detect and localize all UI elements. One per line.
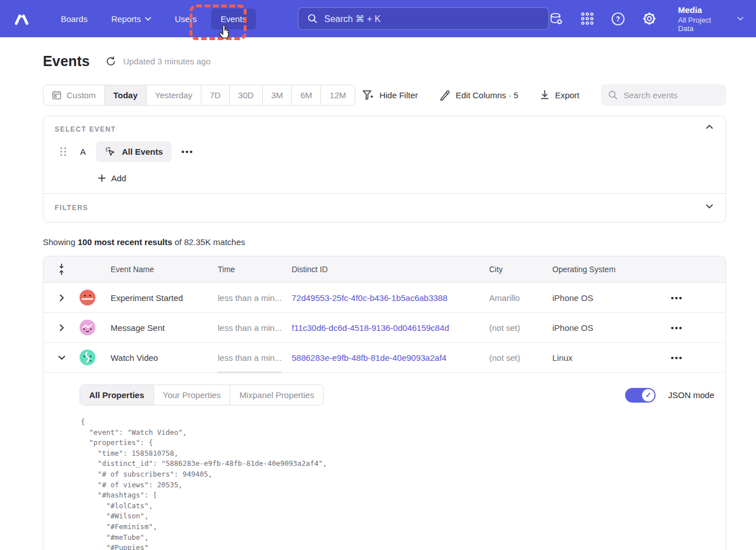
row-more-options-icon[interactable]: ••• (671, 323, 683, 333)
event-more-options-icon[interactable]: ••• (182, 147, 194, 156)
event-json-view: { "event": "Watch Video", "properties": … (81, 417, 714, 550)
mixpanel-logo-icon[interactable] (12, 9, 31, 28)
event-query-row: A All Events ••• (55, 141, 714, 162)
search-events-input[interactable]: Search events (601, 84, 726, 106)
event-selector-chip[interactable]: All Events (96, 141, 172, 162)
table-header-row: Event Name Time Distinct ID City Operati… (43, 256, 726, 283)
select-event-label: SELECT EVENT (55, 125, 714, 133)
top-navbar: Boards Reports Users Events Search ⌘ + K (0, 0, 756, 37)
expand-filters-icon[interactable] (706, 204, 713, 209)
row-more-options-icon[interactable]: ••• (671, 353, 683, 363)
download-icon (540, 90, 550, 100)
collapse-all-icon[interactable] (58, 263, 65, 276)
refresh-icon[interactable] (106, 56, 116, 67)
global-search-input[interactable]: Search ⌘ + K (298, 7, 549, 30)
tab-all-properties[interactable]: All Properties (80, 385, 154, 405)
os-cell: iPhone OS (552, 293, 666, 303)
date-range-30d[interactable]: 30D (230, 85, 263, 105)
magic-click-icon (104, 146, 116, 158)
nav-item-reports[interactable]: Reports (102, 8, 161, 29)
date-range-6m[interactable]: 6M (292, 85, 321, 105)
date-range-3m[interactable]: 3M (263, 85, 292, 105)
last-updated-text: Updated 3 minutes ago (123, 56, 210, 66)
json-mode-control: ✓ JSON mode (625, 388, 714, 403)
apps-grid-icon[interactable] (581, 11, 594, 26)
navbar-right: ? Media All Project Data (549, 5, 744, 33)
chevron-down-icon (145, 17, 151, 21)
tab-mixpanel-properties[interactable]: Mixpanel Properties (230, 385, 323, 405)
expand-row-icon[interactable] (59, 324, 64, 331)
column-header-distinct-id[interactable]: Distinct ID (292, 265, 489, 274)
city-cell: (not set) (489, 353, 552, 363)
date-range-label: 3M (271, 90, 283, 100)
project-name: Media (678, 5, 723, 16)
event-avatar-icon (80, 350, 95, 365)
event-avatar-icon (80, 320, 95, 335)
nav-item-label: Boards (61, 14, 88, 24)
date-range-today[interactable]: Today (105, 85, 147, 105)
hide-filter-button[interactable]: Hide Filter (362, 90, 417, 101)
export-button[interactable]: Export (540, 90, 579, 100)
table-row[interactable]: Message Sent less than a min... f11c30d6… (43, 313, 726, 343)
column-header-city[interactable]: City (489, 265, 552, 274)
hide-filter-label: Hide Filter (379, 90, 417, 100)
nav-item-users[interactable]: Users (165, 8, 206, 29)
distinct-id-link[interactable]: 72d49553-25fc-4f0c-b436-1b5ac6ab3388 (292, 293, 447, 303)
event-row-letter: A (80, 147, 86, 156)
add-event-button[interactable]: Add (98, 173, 126, 183)
time-cell: less than a min... (218, 353, 292, 363)
table-row[interactable]: Experiment Started less than a min... 72… (43, 283, 726, 313)
search-icon (608, 90, 618, 100)
date-range-custom[interactable]: Custom (43, 85, 105, 105)
json-mode-label: JSON mode (668, 390, 714, 400)
event-name-cell: Message Sent (111, 323, 218, 333)
collapse-row-icon[interactable] (58, 355, 65, 360)
nav-item-label: Users (175, 14, 197, 24)
settings-gear-icon[interactable] (642, 11, 657, 26)
column-header-time[interactable]: Time (218, 265, 292, 274)
time-cell: less than a min... (218, 293, 292, 303)
tab-your-properties[interactable]: Your Properties (154, 385, 231, 405)
column-header-event-name[interactable]: Event Name (111, 265, 218, 274)
column-header-os[interactable]: Operating System (552, 265, 666, 274)
drag-handle-icon[interactable] (60, 147, 67, 156)
time-cell: less than a min... (218, 323, 292, 333)
data-management-icon[interactable] (549, 11, 564, 26)
project-scope: All Project Data (678, 16, 723, 33)
date-range-label: 7D (210, 90, 221, 100)
date-range-yesterday[interactable]: Yesterday (147, 85, 201, 105)
date-range-selector: Custom Today Yesterday 7D 30D 3M 6M 12M (43, 85, 355, 106)
edit-columns-label: Edit Columns · 5 (456, 90, 518, 100)
expand-row-icon[interactable] (59, 294, 64, 302)
toggle-check-icon: ✓ (642, 389, 654, 401)
date-range-7d[interactable]: 7D (201, 85, 230, 105)
date-range-label: Today (113, 90, 138, 100)
properties-tabs: All Properties Your Properties Mixpanel … (80, 385, 324, 405)
detail-panel-toolbar: All Properties Your Properties Mixpanel … (80, 385, 714, 405)
nav-item-label: Events (221, 14, 247, 24)
filters-section: FILTERS (43, 194, 726, 222)
results-summary: Showing 100 most recent results of 82.35… (43, 237, 726, 247)
row-more-options-icon[interactable]: ••• (671, 293, 683, 303)
filters-label: FILTERS (55, 204, 714, 212)
hand-cursor-icon (218, 24, 231, 40)
project-selector[interactable]: Media All Project Data (678, 5, 744, 33)
query-builder-card: SELECT EVENT A All Events ••• Add (43, 116, 726, 222)
export-label: Export (555, 90, 579, 100)
os-cell: iPhone OS (552, 323, 666, 333)
edit-columns-button[interactable]: Edit Columns · 5 (439, 90, 518, 101)
distinct-id-link[interactable]: f11c30d6-dc6d-4518-9136-0d046159c84d (292, 323, 449, 333)
distinct-id-link[interactable]: 5886283e-e9fb-48fb-81de-40e9093a2af4 (292, 353, 446, 363)
collapse-section-icon[interactable] (706, 124, 713, 129)
date-range-12m[interactable]: 12M (321, 85, 354, 105)
plus-icon (98, 174, 106, 182)
pencil-icon (439, 90, 450, 101)
event-detail-panel: All Properties Your Properties Mixpanel … (43, 373, 726, 550)
search-events-placeholder: Search events (623, 90, 678, 100)
table-row-expanded[interactable]: Watch Video less than a min... 5886283e-… (43, 343, 726, 373)
event-name-cell: Watch Video (111, 353, 218, 363)
help-icon[interactable]: ? (611, 11, 625, 26)
horizontal-scrollbar[interactable] (218, 372, 282, 373)
json-mode-toggle[interactable]: ✓ (625, 388, 656, 403)
nav-item-boards[interactable]: Boards (51, 8, 98, 29)
